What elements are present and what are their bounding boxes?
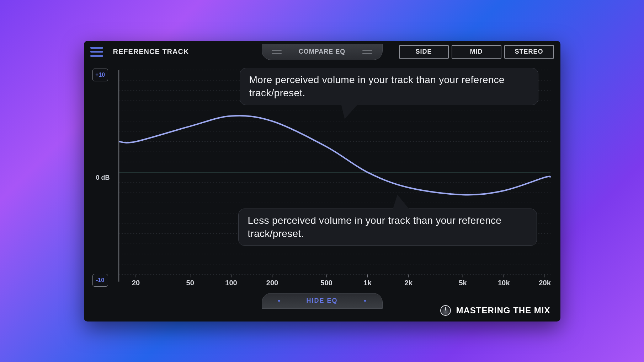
- eq-chart[interactable]: +10 0 dB -10 20501002005001k2k5k10k20k M…: [90, 66, 554, 289]
- mid-button[interactable]: MID: [452, 45, 501, 59]
- menu-icon[interactable]: [90, 47, 103, 57]
- drag-grip-icon: [272, 50, 282, 54]
- tooltip-text: Less perceived volume in your track than…: [248, 215, 502, 239]
- tooltip-text: More perceived volume in your track than…: [249, 74, 505, 99]
- svg-text:20k: 20k: [539, 279, 551, 286]
- hide-eq-toggle[interactable]: ▼ HIDE EQ ▼: [262, 293, 383, 309]
- tooltip-more-volume: More perceived volume in your track than…: [240, 68, 538, 106]
- chevron-down-icon: ▼: [363, 298, 368, 304]
- plugin-window: REFERENCE TRACK COMPARE EQ SIDE MID STER…: [84, 41, 560, 322]
- svg-text:20: 20: [132, 279, 139, 286]
- svg-text:200: 200: [266, 279, 278, 286]
- hide-eq-label: HIDE EQ: [306, 297, 337, 304]
- stereo-button[interactable]: STEREO: [504, 45, 554, 59]
- track-title: REFERENCE TRACK: [113, 48, 189, 56]
- svg-text:2k: 2k: [404, 279, 413, 286]
- monitoring-buttons: SIDE MID STEREO: [399, 45, 554, 59]
- svg-text:500: 500: [320, 279, 332, 286]
- brand-logo-icon: [440, 305, 451, 316]
- brand: MASTERING THE MIX: [440, 305, 550, 316]
- svg-text:100: 100: [225, 279, 237, 286]
- brand-text: MASTERING THE MIX: [456, 306, 550, 315]
- drag-grip-icon: [362, 50, 372, 54]
- tooltip-less-volume: Less perceived volume in your track than…: [238, 209, 537, 246]
- side-button[interactable]: SIDE: [399, 45, 449, 59]
- compare-eq-toggle[interactable]: COMPARE EQ: [262, 44, 383, 60]
- compare-eq-label: COMPARE EQ: [299, 48, 346, 55]
- svg-text:10k: 10k: [497, 279, 510, 286]
- top-bar: REFERENCE TRACK COMPARE EQ SIDE MID STER…: [84, 41, 560, 63]
- bottom-bar: ▼ HIDE EQ ▼ MASTERING THE MIX: [84, 293, 560, 322]
- svg-text:50: 50: [186, 279, 194, 286]
- svg-text:5k: 5k: [459, 279, 467, 286]
- chevron-down-icon: ▼: [277, 298, 282, 304]
- svg-text:1k: 1k: [363, 279, 372, 286]
